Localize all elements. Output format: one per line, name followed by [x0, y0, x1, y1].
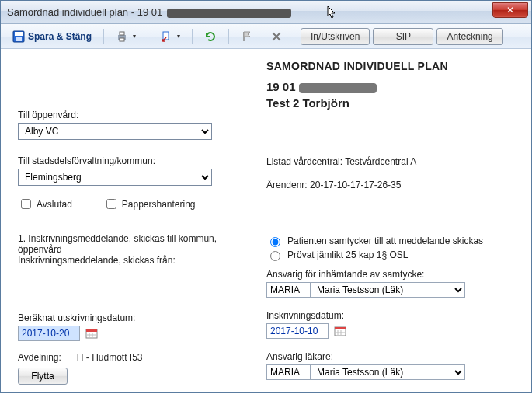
stads-label: Till stadsdelsförvaltning/kommun:	[18, 155, 251, 166]
avdelning-value: H - Hudmott I53	[77, 352, 143, 363]
svg-rect-13	[335, 327, 346, 329]
avslutad-checkbox[interactable]: Avslutad	[18, 197, 72, 211]
consent-radio-1[interactable]	[270, 237, 280, 247]
svg-rect-4	[120, 32, 124, 35]
window: Samordnad individuell plan - 19 01 ✕ Spa…	[0, 0, 532, 393]
delete-icon	[270, 30, 283, 43]
inskr-date-input[interactable]	[266, 323, 329, 339]
delete-button[interactable]	[263, 27, 290, 46]
toolbar-separator	[148, 29, 148, 44]
inskr-label: Inskrivningsdatum:	[266, 310, 514, 321]
pappers-label: Pappershantering	[122, 199, 196, 210]
berk-date-input[interactable]	[18, 326, 80, 341]
samtycke-name-select[interactable]: Maria Testsson (Läk)	[310, 282, 465, 298]
pid-prefix: 19 01	[266, 80, 296, 93]
avslutad-input[interactable]	[21, 199, 31, 209]
svg-rect-8	[86, 329, 97, 332]
avslutad-label: Avslutad	[37, 199, 72, 210]
section-lead: 1. Inskrivningsmeddelande, skickas till …	[18, 233, 251, 255]
lakare-code-input[interactable]	[266, 364, 310, 380]
flag-icon	[241, 30, 253, 43]
berk-label: Beräknat utskrivningsdatum:	[18, 312, 251, 323]
svg-rect-1	[15, 32, 23, 36]
flag-button[interactable]	[234, 27, 260, 46]
page-title: SAMORDNAD INDIVIDUELL PLAN	[266, 60, 514, 72]
oppenvard-label: Till öppenvård:	[18, 110, 251, 120]
samtycke-code-input[interactable]	[266, 282, 310, 298]
svg-rect-5	[120, 38, 124, 41]
consent-label-2: Prövat jämlikt 25 kap 1§ OSL	[287, 249, 408, 260]
toolbar-separator	[103, 29, 104, 44]
toolbar-separator	[228, 29, 229, 44]
arendenr-label: Ärendenr:	[266, 180, 310, 190]
consent-radio-2[interactable]	[270, 251, 280, 261]
ansvarig-samtycke-label: Ansvarig för inhämtande av samtycke:	[266, 269, 514, 280]
listad-label: Listad vårdcentral:	[266, 156, 345, 167]
window-title: Samordnad individuell plan - 19 01	[7, 6, 162, 18]
section-sub: Inskrivningsmeddelande, skickas från:	[18, 255, 251, 266]
save-icon	[12, 30, 25, 43]
svg-rect-2	[16, 37, 22, 41]
close-button[interactable]: ✕	[492, 2, 528, 18]
calendar-icon[interactable]	[85, 327, 99, 340]
patient-name: Test 2 Torbjörn	[266, 96, 514, 110]
chevron-down-icon: ▾	[177, 33, 180, 40]
pappers-input[interactable]	[106, 199, 116, 209]
ansvarig-lakare-label: Ansvarig läkare:	[266, 351, 514, 362]
refresh-icon	[204, 30, 217, 43]
redacted-title	[167, 9, 291, 18]
oppenvard-select[interactable]: Alby VC	[18, 123, 212, 140]
inutskriven-button[interactable]: In/Utskriven	[301, 28, 370, 45]
document-arrow-icon	[160, 30, 172, 43]
toolbar: Spara & Stäng ▾ ▾	[1, 24, 531, 49]
arendenr-value: 20-17-10-17-17-26-35	[310, 180, 401, 190]
save-close-button[interactable]: Spara & Stäng	[5, 27, 99, 46]
content: Till öppenvård: Alby VC Till stadsdelsfö…	[1, 49, 531, 392]
print-button[interactable]: ▾	[109, 27, 143, 46]
pappers-checkbox[interactable]: Pappershantering	[103, 197, 196, 211]
print-icon	[116, 30, 128, 43]
redacted-pid	[299, 83, 377, 93]
cursor-icon	[327, 5, 338, 23]
toolbar-separator	[192, 29, 193, 44]
docnav-button[interactable]: ▾	[153, 27, 187, 46]
listad-value: Testvårdcentral A	[345, 156, 416, 167]
calendar-icon[interactable]	[333, 325, 347, 337]
stads-select[interactable]: Flemingsberg	[18, 169, 212, 186]
titlebar: Samordnad individuell plan - 19 01 ✕	[1, 1, 531, 24]
sip-button[interactable]: SIP	[373, 28, 433, 45]
avdelning-label: Avdelning:	[18, 352, 61, 363]
consent-label-1: Patienten samtycker till att meddelande …	[287, 235, 483, 246]
anteckning-button[interactable]: Anteckning	[436, 28, 502, 45]
lakare-name-select[interactable]: Maria Testsson (Läk)	[310, 364, 465, 380]
flytta-button[interactable]: Flytta	[18, 368, 68, 385]
save-close-label: Spara & Stäng	[28, 31, 92, 42]
refresh-button[interactable]	[197, 27, 224, 46]
chevron-down-icon: ▾	[133, 33, 136, 40]
